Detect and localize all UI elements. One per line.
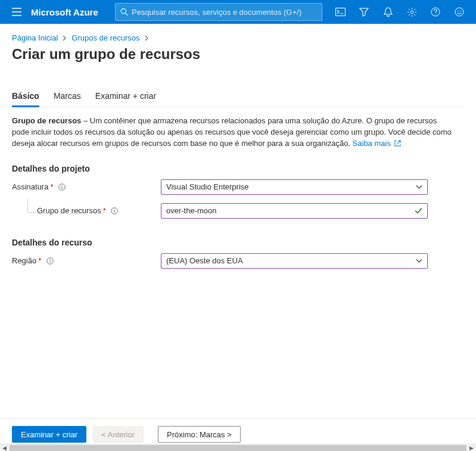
subscription-label-wrap: Assinatura * [12, 182, 161, 191]
cloud-shell-icon [335, 8, 346, 17]
svg-point-12 [114, 209, 115, 209]
chevron-right-icon [63, 35, 67, 41]
check-icon [415, 207, 422, 214]
search-icon [120, 8, 128, 16]
svg-point-4 [431, 8, 440, 16]
top-icons [328, 0, 471, 24]
rg-value: over-the-moon [166, 206, 217, 215]
row-region: Região * (EUA) Oeste dos EUA [12, 253, 464, 269]
breadcrumb-groups[interactable]: Grupos de recursos [71, 33, 139, 42]
hamburger-menu[interactable] [5, 0, 29, 24]
chevron-down-icon [416, 185, 422, 189]
chevron-down-icon [416, 259, 422, 263]
subscription-label: Assinatura [12, 182, 48, 191]
footer-bar: Examinar + criar < Anterior Próximo: Mar… [0, 418, 476, 443]
svg-point-6 [458, 11, 459, 12]
tabs: Básico Marcas Examinar + criar [12, 86, 464, 107]
info-icon[interactable] [58, 183, 66, 191]
subscription-select[interactable]: Visual Studio Enterprise [161, 179, 428, 195]
horizontal-scrollbar[interactable]: ◀ ▶ [0, 444, 476, 451]
required-marker: * [50, 182, 53, 191]
rg-label-wrap: Grupo de recursos * [12, 206, 161, 215]
region-label: Região [12, 256, 36, 265]
desc-label: Grupo de recursos [12, 116, 81, 125]
breadcrumb-home[interactable]: Página Inicial [12, 33, 58, 42]
svg-rect-16 [49, 260, 50, 263]
next-button[interactable]: Próximo: Marcas > [158, 426, 241, 443]
required-marker: * [38, 256, 41, 265]
gear-icon [407, 7, 417, 17]
subscription-value: Visual Studio Enterprise [166, 182, 249, 191]
svg-rect-2 [335, 8, 345, 15]
tab-review[interactable]: Examinar + criar [95, 86, 156, 107]
required-marker: * [103, 206, 106, 215]
scroll-right-arrow[interactable]: ▶ [467, 445, 476, 451]
tab-basic[interactable]: Básico [12, 86, 39, 107]
review-create-button[interactable]: Examinar + criar [12, 426, 86, 443]
section-resource-title: Detalhes do recurso [12, 238, 464, 247]
search-wrap [115, 3, 322, 21]
settings-button[interactable] [400, 0, 424, 24]
search-input[interactable] [132, 8, 317, 17]
tab-tags[interactable]: Marcas [54, 86, 81, 107]
svg-point-0 [121, 9, 126, 14]
external-link-icon [394, 140, 401, 147]
page-title: Criar um grupo de recursos [12, 46, 464, 63]
svg-point-7 [461, 11, 462, 12]
svg-point-9 [61, 185, 62, 185]
help-button[interactable] [424, 0, 447, 24]
region-label-wrap: Região * [12, 256, 161, 265]
region-select[interactable]: (EUA) Oeste dos EUA [161, 253, 428, 269]
svg-rect-10 [61, 186, 62, 189]
svg-point-15 [49, 259, 50, 259]
info-icon[interactable] [46, 257, 54, 265]
resource-group-input[interactable]: over-the-moon [161, 203, 428, 219]
cloud-shell-button[interactable] [328, 0, 352, 24]
svg-point-5 [455, 8, 463, 16]
previous-button: < Anterior [92, 426, 144, 443]
region-value: (EUA) Oeste dos EUA [166, 256, 243, 265]
svg-line-1 [125, 13, 127, 15]
svg-point-3 [410, 11, 413, 14]
learn-more-link[interactable]: Saiba mais [353, 139, 401, 148]
scroll-left-arrow[interactable]: ◀ [0, 445, 9, 451]
brand-label: Microsoft Azure [29, 7, 105, 17]
filter-icon [359, 7, 369, 17]
feedback-button[interactable] [447, 0, 471, 24]
row-subscription: Assinatura * Visual Studio Enterprise [12, 179, 464, 195]
description: Grupo de recursos – Um contêiner que arm… [12, 116, 453, 150]
notifications-button[interactable] [376, 0, 400, 24]
help-icon [431, 7, 440, 17]
rg-label: Grupo de recursos [37, 206, 101, 215]
bell-icon [384, 7, 393, 17]
section-project-title: Detalhes do projeto [12, 164, 464, 173]
info-icon[interactable] [111, 207, 119, 214]
search-box[interactable] [115, 3, 322, 21]
svg-rect-13 [114, 210, 115, 213]
top-bar: Microsoft Azure [0, 0, 476, 24]
hamburger-icon [12, 8, 21, 16]
breadcrumb: Página Inicial Grupos de recursos [12, 33, 464, 42]
directory-filter-button[interactable] [352, 0, 376, 24]
chevron-right-icon [145, 35, 149, 41]
scroll-thumb[interactable] [10, 445, 466, 451]
feedback-icon [455, 7, 464, 17]
row-resource-group: Grupo de recursos * over-the-moon [12, 203, 464, 219]
content-area: Página Inicial Grupos de recursos Criar … [0, 24, 476, 269]
